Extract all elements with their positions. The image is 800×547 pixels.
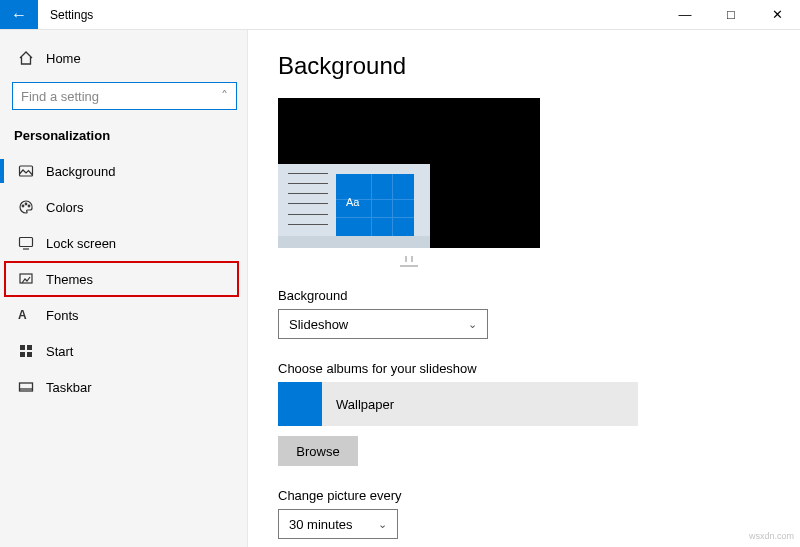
close-icon: ✕ <box>772 7 783 22</box>
sidebar-item-label: Background <box>40 164 115 179</box>
sidebar-item-label: Lock screen <box>40 236 116 251</box>
preview-sample-text: Aa <box>346 196 359 208</box>
search-icon: ˄ <box>221 88 228 104</box>
arrow-left-icon: ← <box>11 6 27 24</box>
sidebar: Home ˄ Personalization Background Colors <box>0 30 248 547</box>
search-box[interactable]: ˄ <box>12 82 237 110</box>
background-type-section: Background Slideshow ⌄ <box>278 288 770 339</box>
content: Home ˄ Personalization Background Colors <box>0 30 800 547</box>
sidebar-item-label: Themes <box>40 272 93 287</box>
desktop-preview: Aa <box>278 98 540 248</box>
search-input[interactable] <box>21 89 221 104</box>
album-name: Wallpaper <box>322 397 394 412</box>
svg-rect-5 <box>20 274 32 283</box>
watermark: wsxdn.com <box>749 531 794 541</box>
preview-desktop-area: Aa <box>278 164 430 248</box>
sidebar-item-background[interactable]: Background <box>0 153 247 189</box>
home-icon <box>18 50 40 66</box>
svg-rect-9 <box>27 352 32 357</box>
sidebar-item-colors[interactable]: Colors <box>0 189 247 225</box>
monitor-stand-icon <box>278 256 540 268</box>
picture-icon <box>18 163 40 179</box>
minimize-button[interactable]: — <box>662 0 708 29</box>
maximize-button[interactable]: □ <box>708 0 754 29</box>
preview-start-tiles: Aa <box>336 174 414 236</box>
themes-icon <box>18 271 40 287</box>
sidebar-item-label: Fonts <box>40 308 79 323</box>
svg-rect-6 <box>20 345 25 350</box>
sidebar-item-label: Taskbar <box>40 380 92 395</box>
preview-taskbar <box>278 236 430 248</box>
taskbar-icon <box>18 379 40 395</box>
background-type-label: Background <box>278 288 770 303</box>
page-title: Background <box>278 52 770 80</box>
change-interval-label: Change picture every <box>278 488 770 503</box>
sidebar-item-label: Colors <box>40 200 84 215</box>
browse-button-label: Browse <box>296 444 339 459</box>
svg-rect-4 <box>20 238 33 247</box>
sidebar-item-label: Start <box>40 344 73 359</box>
window-controls: — □ ✕ <box>662 0 800 29</box>
chevron-down-icon: ⌄ <box>378 518 387 531</box>
svg-rect-10 <box>20 383 33 391</box>
sidebar-item-start[interactable]: Start <box>0 333 247 369</box>
album-thumbnail <box>278 382 322 426</box>
browse-button[interactable]: Browse <box>278 436 358 466</box>
fonts-icon: A <box>18 308 40 322</box>
main-panel: Background Aa <box>248 30 800 547</box>
albums-label: Choose albums for your slideshow <box>278 361 770 376</box>
svg-point-3 <box>28 205 30 207</box>
svg-point-1 <box>22 205 24 207</box>
change-interval-dropdown[interactable]: 30 minutes ⌄ <box>278 509 398 539</box>
titlebar: ← Settings — □ ✕ <box>0 0 800 30</box>
close-button[interactable]: ✕ <box>754 0 800 29</box>
svg-rect-7 <box>27 345 32 350</box>
minimize-icon: — <box>679 7 692 22</box>
back-button[interactable]: ← <box>0 0 38 29</box>
albums-section: Choose albums for your slideshow Wallpap… <box>278 361 770 466</box>
chevron-down-icon: ⌄ <box>468 318 477 331</box>
search-container: ˄ <box>0 82 247 120</box>
sidebar-item-lockscreen[interactable]: Lock screen <box>0 225 247 261</box>
sidebar-item-fonts[interactable]: A Fonts <box>0 297 247 333</box>
album-item[interactable]: Wallpaper <box>278 382 638 426</box>
sidebar-nav-list: Background Colors Lock screen Themes <box>0 153 247 405</box>
sidebar-item-taskbar[interactable]: Taskbar <box>0 369 247 405</box>
svg-rect-8 <box>20 352 25 357</box>
sidebar-item-themes[interactable]: Themes <box>4 261 239 297</box>
maximize-icon: □ <box>727 7 735 22</box>
window-title: Settings <box>38 0 93 29</box>
palette-icon <box>18 199 40 215</box>
svg-point-2 <box>25 203 27 205</box>
dropdown-value: Slideshow <box>289 317 348 332</box>
dropdown-value: 30 minutes <box>289 517 353 532</box>
sidebar-section-title: Personalization <box>0 120 247 153</box>
start-icon <box>18 343 40 359</box>
lock-screen-icon <box>18 235 40 251</box>
sidebar-item-label: Home <box>40 51 81 66</box>
sidebar-item-home[interactable]: Home <box>0 40 247 76</box>
change-interval-section: Change picture every 30 minutes ⌄ <box>278 488 770 539</box>
background-type-dropdown[interactable]: Slideshow ⌄ <box>278 309 488 339</box>
